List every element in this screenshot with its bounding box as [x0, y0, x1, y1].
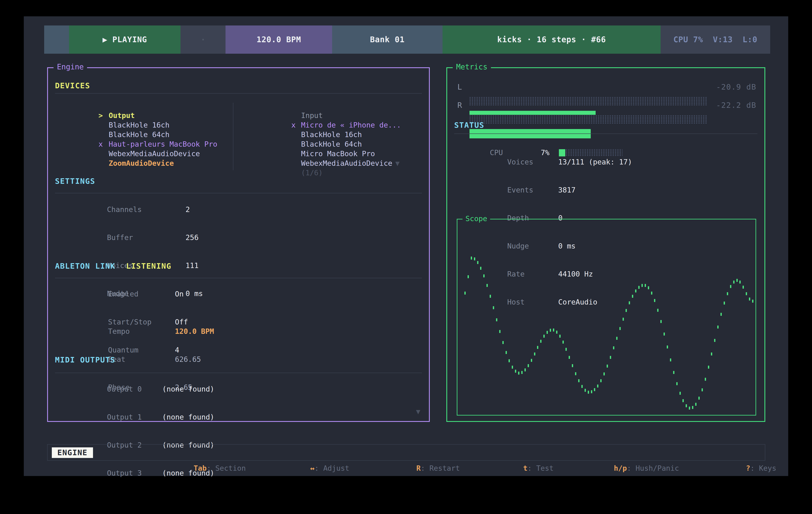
midi-outputs-section-header: MIDI OUTPUTS [55, 356, 115, 364]
status-cpu-row: CPU7% [464, 139, 622, 148]
scope-sample-dot [524, 368, 526, 371]
scope-sample-dot [471, 256, 472, 260]
hint-key: Tab [194, 464, 207, 473]
scope-sample-dot [635, 290, 636, 293]
midi-output-row: Output 0(none found) [63, 375, 214, 403]
scope-sample-dot [610, 356, 611, 359]
scope-sample-dot [654, 299, 655, 302]
scope-sample-dot [727, 292, 728, 295]
scope-sample-dot [698, 397, 700, 400]
scope-sample-dot [493, 306, 494, 309]
scope-sample-dot [746, 292, 747, 295]
scope-sample-dot [641, 284, 643, 287]
device-label: BlackHole 64ch [109, 130, 170, 139]
scope-sample-dot [619, 327, 621, 330]
output-device-list: >Output BlackHole 16ch BlackHole 64ch xH… [55, 101, 231, 158]
setting-value[interactable]: 0 ms [185, 289, 203, 298]
scope-sample-dot [543, 335, 545, 338]
setting-value[interactable]: 2 [185, 205, 190, 214]
device-marker: x [98, 140, 109, 149]
hint-key: t [523, 464, 527, 473]
top-bar-segment: 120.0 BPM [226, 26, 332, 54]
scope-sample-dot [559, 335, 560, 338]
dropdown-arrow-icon [401, 121, 404, 129]
device-label: BlackHole 16ch [301, 130, 362, 139]
key-hint: ↔: Adjust [267, 445, 349, 460]
scope-panel-title: Scope [463, 214, 490, 223]
divider [55, 193, 422, 193]
link-value[interactable]: On [175, 290, 184, 298]
settings-section-header: SETTINGS [55, 177, 95, 185]
scope-sample-dot [566, 348, 567, 351]
tempo-row: Tempo120.0 BPM [64, 317, 214, 345]
midi-output-label: Output 1 [107, 412, 162, 422]
scope-sample-dot [509, 359, 510, 362]
status-row: Events3817 [464, 176, 632, 204]
segment-label: CPU 7% V:13 L:0 [673, 35, 757, 44]
scope-panel: Scope [457, 219, 756, 416]
scope-sample-dot [512, 366, 513, 369]
scope-sample-dot [724, 302, 725, 305]
scope-sample-dot [683, 399, 684, 402]
setting-value[interactable]: 111 [185, 261, 199, 270]
scope-sample-dot [569, 356, 570, 359]
input-device-item[interactable]: Input [248, 101, 424, 111]
scope-sample-dot [474, 258, 475, 261]
app-window: ▶ PLAYING 120.0 BPM Bank 01 kicks · 16 s… [24, 16, 788, 476]
scope-sample-dot [721, 313, 722, 316]
meter-db-value: -22.2 dB [716, 100, 756, 110]
hint-label: : Section [207, 464, 246, 473]
scope-sample-dot [752, 300, 753, 303]
scope-sample-dot [528, 364, 529, 367]
scope-sample-dot [591, 390, 592, 393]
scope-sample-dot [487, 284, 488, 287]
scope-sample-dot [468, 275, 469, 278]
scope-sample-dot [464, 292, 466, 295]
scope-sample-dot [638, 286, 640, 289]
tempo-label: Tempo [108, 327, 175, 336]
level-meter: L -20.9 dB [447, 82, 764, 92]
scope-sample-dot [664, 333, 665, 335]
scope-waveform [465, 253, 753, 413]
hint-bar: ENGINE Tab: Section ↔: Adjust R: Restart… [47, 444, 765, 461]
scroll-more-icon[interactable]: ▼ [416, 407, 420, 416]
scope-sample-dot [695, 403, 696, 406]
hint-label: : Hush/Panic [627, 464, 679, 473]
scope-sample-dot [673, 371, 674, 374]
setting-value[interactable]: 256 [185, 233, 199, 242]
segment-label: kicks · 16 steps · #66 [497, 35, 606, 44]
dropdown-arrow-icon [200, 149, 203, 158]
level-meter: R -22.2 dB [447, 100, 764, 110]
device-label: Input [301, 111, 323, 120]
dropdown-arrow-icon [174, 159, 177, 168]
scope-sample-dot [594, 388, 595, 391]
segment-label: 120.0 BPM [257, 35, 301, 44]
scope-sample-dot [670, 358, 671, 361]
status-value: 3817 [558, 186, 576, 194]
output-device-item[interactable]: >Output [55, 101, 231, 111]
top-bar-segment [44, 26, 69, 54]
top-bar-segment: Bank 01 [332, 26, 442, 54]
metrics-panel-title: Metrics [453, 63, 491, 71]
midi-output-value: (none found) [162, 385, 214, 393]
ableton-link-title: ABLETON LINK [55, 262, 115, 270]
scope-sample-dot [705, 378, 706, 381]
top-bar-segment [180, 26, 226, 54]
scope-sample-dot [714, 339, 715, 342]
divider [55, 373, 422, 373]
divider [454, 133, 757, 134]
scope-sample-dot [749, 298, 750, 301]
divider [55, 278, 422, 278]
scope-sample-dot [585, 389, 586, 392]
device-label: Micro de « iPhone de... [301, 121, 401, 129]
top-status-bar: ▶ PLAYING 120.0 BPM Bank 01 kicks · 16 s… [24, 26, 788, 54]
midi-output-row: Output 1(none found) [63, 403, 214, 431]
status-label: Events [507, 185, 558, 194]
scope-sample-dot [648, 286, 649, 289]
ableton-link-section-header: ABLETON LINK LISTENING [55, 262, 115, 270]
scope-sample-dot [588, 391, 589, 394]
dropdown-arrow-icon [362, 130, 365, 139]
device-label: BlackHole 16ch [109, 121, 170, 129]
dropdown-arrow-icon [170, 130, 172, 139]
top-bar-segment: ▶ PLAYING [69, 26, 180, 54]
